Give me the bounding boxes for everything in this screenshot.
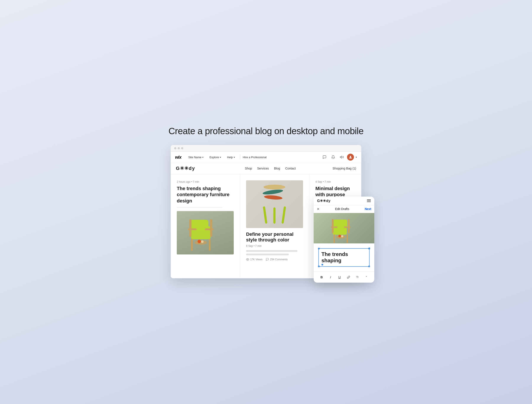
svg-rect-7 bbox=[205, 228, 214, 230]
topbar-site-name[interactable]: Site Name ▾ bbox=[186, 154, 206, 160]
browser-chrome bbox=[171, 145, 361, 152]
svg-rect-6 bbox=[188, 228, 197, 230]
mobile-chair-image bbox=[314, 213, 374, 244]
close-button[interactable]: ✕ bbox=[317, 207, 319, 211]
chat-icon-button[interactable] bbox=[321, 154, 328, 160]
blog-col1-image bbox=[177, 211, 234, 254]
hamburger-line-3 bbox=[367, 202, 371, 202]
mobile-formatting-bar: B I U Tr " bbox=[314, 272, 374, 283]
text-edit-box[interactable]: The trends shaping bbox=[318, 248, 370, 267]
blog-col3-date: 4 Sep bbox=[315, 180, 322, 183]
corner-handle-br bbox=[368, 265, 370, 267]
blog-col1-title: The trends shaping contemporary furnitur… bbox=[177, 186, 234, 204]
blog-col3-min: 7 min bbox=[324, 180, 331, 183]
topbar-hire[interactable]: Hire a Professional bbox=[243, 156, 267, 159]
svg-rect-21 bbox=[347, 234, 348, 243]
svg-point-13 bbox=[247, 259, 248, 260]
blog-col3-title: Minimal design with purpose bbox=[315, 186, 355, 198]
bell-icon-button[interactable] bbox=[330, 154, 337, 160]
svg-rect-4 bbox=[189, 219, 191, 237]
topbar-explore[interactable]: Explore ▾ bbox=[207, 154, 223, 160]
mobile-logo: G✳✳dy bbox=[317, 199, 330, 203]
blog-col1-meta: 2 hours ago • 7 min bbox=[177, 180, 234, 183]
page-title: Create a professional blog on desktop an… bbox=[169, 126, 364, 136]
blog-col2-stats: 17K Views 254 Comments bbox=[246, 258, 303, 261]
browser-dot-yellow bbox=[178, 147, 180, 149]
blog-col2-meta: 8 Sep • 7 min bbox=[246, 244, 303, 248]
nav-shop[interactable]: Shop bbox=[245, 167, 252, 170]
wix-logo: wix bbox=[175, 154, 181, 160]
link-icon bbox=[347, 276, 350, 279]
svg-rect-16 bbox=[332, 219, 334, 233]
svg-rect-20 bbox=[334, 234, 335, 243]
link-button[interactable] bbox=[345, 274, 352, 281]
topbar-help[interactable]: Help ▾ bbox=[224, 154, 237, 160]
browser-dot-green bbox=[181, 147, 183, 149]
edit-text-content[interactable]: The trends shaping bbox=[322, 251, 367, 264]
views-stat: 17K Views bbox=[246, 258, 262, 261]
edit-drafts-label: Edit Drafts bbox=[335, 207, 349, 211]
svg-rect-8 bbox=[191, 239, 193, 251]
site-nav-links: Shop Services Blog Contact bbox=[245, 167, 296, 170]
megaphone-icon-button[interactable] bbox=[338, 154, 345, 160]
svg-rect-19 bbox=[344, 226, 350, 228]
svg-point-23 bbox=[338, 235, 341, 237]
svg-rect-17 bbox=[348, 219, 350, 233]
stool-visual bbox=[261, 185, 287, 224]
next-button[interactable]: Next bbox=[365, 207, 371, 211]
text-style-button[interactable]: Tr bbox=[354, 274, 361, 281]
blog-col2-min: 7 min bbox=[255, 244, 261, 248]
nav-services[interactable]: Services bbox=[257, 167, 269, 170]
user-avatar[interactable] bbox=[347, 154, 354, 160]
corner-handle-tr bbox=[368, 248, 370, 250]
topbar-icons: ▾ bbox=[321, 154, 357, 160]
shopping-bag[interactable]: Shopping Bag (1) bbox=[332, 167, 356, 170]
nav-contact[interactable]: Contact bbox=[285, 167, 296, 170]
text-edit-container: The trends shaping bbox=[314, 244, 374, 272]
mobile-chair-svg bbox=[329, 215, 359, 244]
site-name-chevron-icon: ▾ bbox=[202, 156, 203, 158]
eye-icon bbox=[246, 258, 249, 261]
comment-icon bbox=[266, 258, 269, 261]
svg-point-1 bbox=[350, 156, 351, 157]
wix-topbar-nav: Site Name ▾ Explore ▾ Help ▾ Hire a Prof… bbox=[186, 154, 318, 160]
wix-topbar: wix Site Name ▾ Explore ▾ Help ▾ Hire a … bbox=[171, 152, 361, 163]
blog-col2-date: 8 Sep bbox=[246, 244, 253, 248]
desc-line-1 bbox=[246, 250, 298, 252]
blog-col1-time: 2 hours ago bbox=[177, 180, 190, 183]
svg-rect-9 bbox=[209, 239, 210, 251]
svg-marker-0 bbox=[340, 156, 342, 158]
site-nav: G✳✳dy Shop Services Blog Contact Shoppin… bbox=[171, 163, 361, 174]
svg-rect-5 bbox=[210, 219, 212, 237]
nav-blog[interactable]: Blog bbox=[274, 167, 280, 170]
browser-dot-red bbox=[174, 147, 176, 149]
avatar-chevron-icon: ▾ bbox=[356, 156, 357, 159]
svg-point-12 bbox=[201, 240, 204, 243]
topbar-divider bbox=[240, 154, 240, 160]
explore-chevron-icon: ▾ bbox=[220, 156, 221, 158]
mobile-topbar: G✳✳dy bbox=[314, 197, 374, 205]
blog-col2-image bbox=[246, 180, 303, 228]
svg-rect-15 bbox=[333, 227, 347, 235]
svg-point-11 bbox=[197, 240, 201, 243]
quote-button[interactable]: " bbox=[363, 274, 370, 281]
corner-handle-tl bbox=[318, 248, 320, 250]
comments-stat: 254 Comments bbox=[266, 258, 287, 261]
corner-handle-bl bbox=[318, 265, 320, 267]
chair-svg bbox=[184, 213, 226, 254]
italic-button[interactable]: I bbox=[327, 274, 334, 281]
bold-button[interactable]: B bbox=[318, 274, 325, 281]
hamburger-line-1 bbox=[367, 199, 371, 200]
browser-wrapper: wix Site Name ▾ Explore ▾ Help ▾ Hire a … bbox=[171, 145, 361, 278]
blog-col2-desc bbox=[246, 250, 303, 255]
blog-col1-min: 7 min bbox=[193, 180, 199, 183]
underline-button[interactable]: U bbox=[336, 274, 343, 281]
blog-col-2: Define your personal style through color… bbox=[240, 174, 309, 278]
help-chevron-icon: ▾ bbox=[234, 156, 235, 158]
blog-col3-meta: 4 Sep • 7 min bbox=[315, 180, 355, 183]
mobile-editbar: ✕ Edit Drafts Next bbox=[314, 205, 374, 213]
svg-rect-18 bbox=[331, 226, 337, 228]
mobile-overlay: G✳✳dy ✕ Edit Drafts Next bbox=[314, 197, 374, 283]
hamburger-icon[interactable] bbox=[367, 199, 371, 202]
blog-col1-divider bbox=[177, 207, 222, 208]
